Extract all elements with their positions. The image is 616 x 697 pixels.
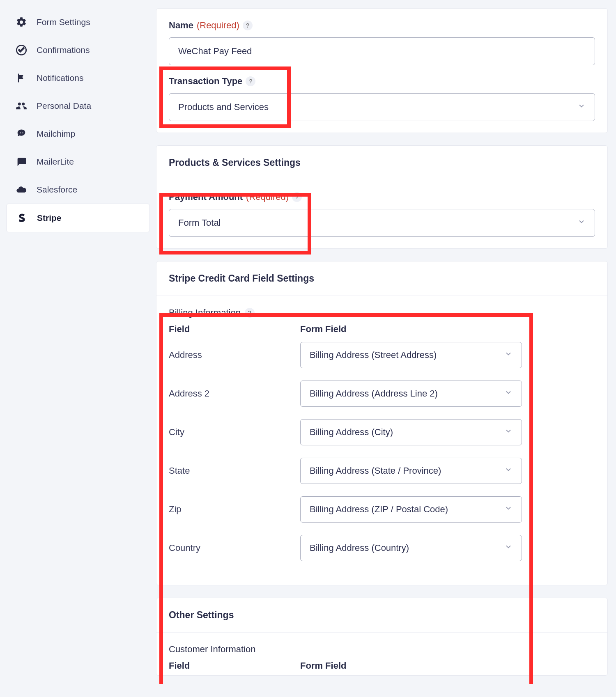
chevron-down-icon (577, 102, 586, 112)
col-header-field: Field (169, 660, 300, 671)
cloud-icon (15, 184, 28, 195)
billing-form-field-value: Billing Address (Street Address) (310, 350, 437, 360)
billing-form-field-select[interactable]: Billing Address (Street Address) (300, 342, 522, 368)
billing-map-row: CountryBilling Address (Country) (169, 535, 595, 561)
required-tag: (Required) (197, 20, 239, 31)
sidebar-item-notifications[interactable]: Notifications (6, 64, 150, 92)
cc-field-settings-panel: Stripe Credit Card Field Settings Billin… (156, 261, 608, 585)
sidebar-item-form-settings[interactable]: Form Settings (6, 8, 150, 36)
sidebar-item-label: Personal Data (37, 101, 91, 111)
billing-field-label: Address (169, 350, 300, 360)
payment-amount-label: Payment Amount (169, 192, 243, 202)
feed-name-input[interactable]: WeChat Pay Feed (169, 37, 595, 65)
help-icon[interactable]: ? (292, 192, 302, 202)
transaction-type-label: Transaction Type (169, 76, 242, 87)
billing-map-row: ZipBilling Address (ZIP / Postal Code) (169, 496, 595, 523)
transaction-type-value: Products and Services (178, 102, 269, 112)
billing-form-field-value: Billing Address (Address Line 2) (310, 388, 438, 399)
billing-form-field-value: Billing Address (City) (310, 427, 393, 438)
feed-panel: Name (Required) ? WeChat Pay Feed Transa… (156, 8, 608, 133)
billing-form-field-select[interactable]: Billing Address (ZIP / Postal Code) (300, 496, 522, 523)
billing-form-field-value: Billing Address (ZIP / Postal Code) (310, 504, 448, 515)
chevron-down-icon (504, 427, 513, 438)
mailchimp-icon (15, 128, 28, 140)
billing-form-field-value: Billing Address (State / Province) (310, 465, 441, 476)
billing-field-label: Zip (169, 504, 300, 515)
users-icon (15, 100, 28, 112)
sidebar-item-label: Form Settings (37, 17, 90, 27)
customer-info-label: Customer Information (169, 644, 256, 655)
check-circle-icon (15, 44, 28, 56)
billing-field-label: City (169, 427, 300, 438)
chevron-down-icon (504, 388, 513, 399)
required-tag: (Required) (246, 192, 289, 202)
sidebar-item-label: Salesforce (37, 185, 77, 195)
panel-title: Stripe Credit Card Field Settings (156, 261, 607, 296)
payment-amount-select[interactable]: Form Total (169, 209, 595, 237)
col-header-field: Field (169, 324, 300, 335)
panel-title: Products & Services Settings (156, 146, 607, 180)
billing-field-label: State (169, 465, 300, 476)
flag-icon (15, 72, 28, 84)
feed-name-value: WeChat Pay Feed (178, 46, 252, 57)
billing-mapping-table: Field Form Field AddressBilling Address … (169, 324, 595, 561)
stripe-icon (16, 212, 28, 224)
chat-icon (15, 156, 28, 167)
sidebar-item-label: Confirmations (37, 45, 90, 55)
transaction-type-select[interactable]: Products and Services (169, 93, 595, 121)
billing-form-field-select[interactable]: Billing Address (State / Province) (300, 458, 522, 484)
col-header-form: Form Field (300, 324, 522, 335)
sidebar-item-mailchimp[interactable]: Mailchimp (6, 120, 150, 148)
chevron-down-icon (504, 465, 513, 476)
sidebar-item-salesforce[interactable]: Salesforce (6, 176, 150, 204)
sidebar-item-mailerlite[interactable]: MailerLite (6, 148, 150, 176)
billing-map-row: CityBilling Address (City) (169, 419, 595, 445)
billing-form-field-select[interactable]: Billing Address (Country) (300, 535, 522, 561)
panel-title: Other Settings (156, 598, 607, 633)
billing-form-field-value: Billing Address (Country) (310, 543, 409, 553)
chevron-down-icon (577, 218, 586, 228)
billing-info-label: Billing Information (169, 307, 241, 318)
sidebar-item-label: MailerLite (37, 157, 74, 167)
billing-map-row: StateBilling Address (State / Province) (169, 458, 595, 484)
billing-map-row: Address 2Billing Address (Address Line 2… (169, 381, 595, 407)
other-settings-panel: Other Settings Customer Information Fiel… (156, 598, 608, 676)
sidebar-item-confirmations[interactable]: Confirmations (6, 36, 150, 64)
sidebar-item-stripe[interactable]: Stripe (6, 204, 150, 232)
col-header-form: Form Field (300, 660, 595, 671)
settings-sidebar: Form Settings Confirmations Notification… (0, 0, 156, 684)
gear-icon (15, 16, 28, 28)
billing-map-row: AddressBilling Address (Street Address) (169, 342, 595, 368)
chevron-down-icon (504, 350, 513, 360)
billing-field-label: Country (169, 543, 300, 553)
chevron-down-icon (504, 543, 513, 553)
help-icon[interactable]: ? (245, 308, 255, 318)
help-icon[interactable]: ? (243, 21, 253, 30)
name-label: Name (169, 20, 193, 31)
billing-form-field-select[interactable]: Billing Address (Address Line 2) (300, 381, 522, 407)
sidebar-item-label: Notifications (37, 73, 83, 83)
billing-form-field-select[interactable]: Billing Address (City) (300, 419, 522, 445)
sidebar-item-label: Mailchimp (37, 129, 76, 139)
billing-field-label: Address 2 (169, 388, 300, 399)
sidebar-item-personal-data[interactable]: Personal Data (6, 92, 150, 120)
payment-amount-value: Form Total (178, 218, 221, 228)
sidebar-item-label: Stripe (37, 213, 62, 223)
help-icon[interactable]: ? (246, 76, 255, 86)
chevron-down-icon (504, 504, 513, 515)
products-services-panel: Products & Services Settings Payment Amo… (156, 145, 608, 249)
